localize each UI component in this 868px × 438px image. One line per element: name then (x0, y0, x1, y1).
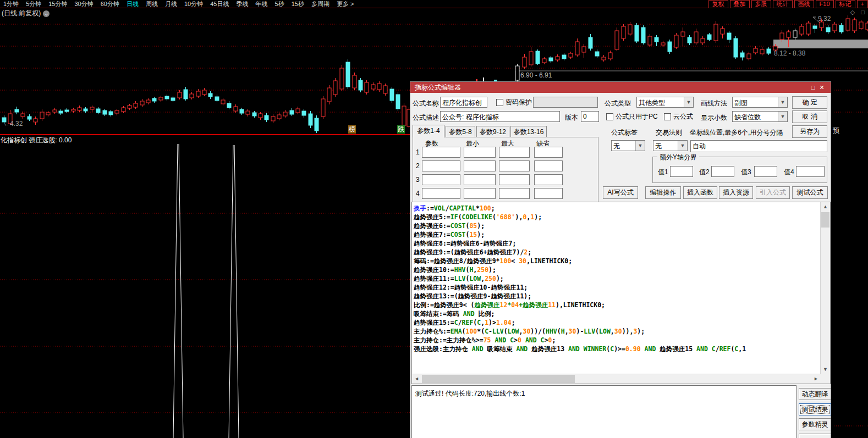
code-line[interactable]: 趋势强庄7:=COST(15); (414, 230, 822, 239)
period-tab[interactable]: 5分钟 (26, 0, 41, 8)
decimal-select[interactable]: 缺省位数▼ (732, 111, 788, 122)
period-tab[interactable]: 45日线 (210, 0, 229, 8)
param-cell-input[interactable] (499, 188, 530, 199)
hscroll-thumb[interactable] (422, 375, 575, 383)
tab-params-13-16[interactable]: 参数13-16 (510, 126, 547, 137)
tool-button[interactable]: 叠加 (730, 0, 750, 8)
tool-button[interactable]: + (857, 0, 868, 8)
period-tab[interactable]: 10分钟 (184, 0, 203, 8)
fall-badge[interactable]: 跌 (397, 125, 405, 134)
scroll-down-icon[interactable]: ▼ (821, 365, 830, 374)
test-result-button[interactable]: 测试结果 (799, 403, 831, 415)
code-line[interactable]: 趋势强庄5:=IF(CODELIKE('688'),0,1); (414, 213, 822, 221)
checkbox-box[interactable] (606, 113, 613, 120)
period-tab[interactable]: 1分钟 (3, 0, 19, 8)
cancel-button[interactable]: 取 消 (792, 110, 827, 123)
tab-params-5-8[interactable]: 参数5-8 (446, 126, 475, 137)
checkbox-box[interactable] (664, 113, 671, 120)
param-cell-input[interactable] (464, 174, 496, 185)
tab-params-1-4[interactable]: 参数1-4 (413, 125, 444, 137)
y2-input[interactable] (711, 166, 734, 177)
save-as-button[interactable]: 另存为 (792, 125, 827, 138)
period-tab[interactable]: 30分钟 (75, 0, 94, 8)
tool-button[interactable]: 画线 (794, 0, 814, 8)
param-cell-input[interactable] (464, 188, 496, 199)
chevron-down-icon[interactable]: ▼ (778, 112, 787, 121)
tab-params-9-12[interactable]: 参数9-12 (476, 126, 509, 137)
maximize-icon[interactable]: □ (809, 84, 817, 91)
horizontal-scrollbar[interactable]: ◄ ► (412, 374, 821, 384)
period-tab[interactable]: 15秒 (292, 0, 304, 8)
dialog-titlebar[interactable]: 指标公式编辑器 □ ✕ (410, 82, 831, 93)
period-tab[interactable]: 季线 (237, 0, 249, 8)
dynamic-translate-button[interactable]: 动态翻译 (799, 388, 831, 400)
vertical-scrollbar[interactable]: ▲ ▼ (820, 202, 830, 374)
insert-resource-button[interactable]: 插入资源 (719, 186, 753, 199)
y4-input[interactable] (796, 166, 825, 177)
chevron-down-icon[interactable]: ▼ (778, 97, 787, 107)
period-tab[interactable]: 月线 (165, 0, 177, 8)
param-cell-input[interactable] (499, 160, 530, 171)
formula-name-input[interactable]: 程序化指标创 (440, 97, 487, 108)
period-tab[interactable]: 5秒 (275, 0, 284, 8)
symbol-mode-row[interactable]: (日线.前复权) ⌄ (2, 9, 50, 18)
param-cell-input[interactable] (534, 160, 563, 171)
code-line[interactable]: 趋势强庄10:=HHV(H,250); (414, 265, 822, 274)
param-cell-input[interactable] (499, 174, 530, 185)
code-line[interactable]: 趋势强庄15:=C/REF(C,1)>1.04; (414, 318, 822, 327)
period-tab[interactable]: 年线 (256, 0, 268, 8)
formula-desc-input[interactable]: 公众号: 程序化指标 (440, 111, 560, 122)
code-line[interactable]: 趋势强庄9:=(趋势强庄6+趋势强庄7)/2; (414, 248, 822, 257)
code-text[interactable]: 换手:=VOL/CAPITAL*100;趋势强庄5:=IF(CODELIKE('… (412, 202, 822, 376)
param-cell-input[interactable] (464, 160, 496, 171)
code-line[interactable]: 换手:=VOL/CAPITAL*100; (414, 204, 822, 213)
chevron-down-icon[interactable]: ▼ (678, 141, 687, 151)
param-cell-input[interactable] (464, 147, 496, 158)
code-line[interactable]: 趋势强庄6:=COST(85); (414, 221, 822, 230)
param-cell-input[interactable] (422, 188, 460, 199)
formula-type-select[interactable]: 其他类型▼ (636, 97, 694, 108)
code-line[interactable]: 趋势强庄13:=(趋势强庄9-趋势强庄11); (414, 292, 822, 301)
draw-method-select[interactable]: 副图▼ (732, 97, 788, 108)
chart-corner-icons[interactable]: ◇ □ (850, 9, 867, 16)
rank-badge[interactable]: 榜 (348, 125, 356, 134)
code-line[interactable]: 比例:=趋势强庄9< (趋势强庄12*04+趋势强庄11),LINETHICK0… (414, 301, 822, 309)
test-formula-button[interactable]: 测试公式 (792, 186, 828, 199)
param-cell-input[interactable] (422, 174, 460, 185)
code-line[interactable]: 趋势强庄12:=趋势强庄10-趋势强庄11; (414, 283, 822, 292)
chevron-down-icon[interactable]: ⌄ (43, 10, 50, 17)
checkbox-box[interactable] (496, 99, 503, 106)
code-line[interactable]: 主力持仓%:=EMA(100*(C-LLV(LOW,30))/(HHV(H,30… (414, 327, 822, 336)
insert-function-button[interactable]: 插入函数 (683, 186, 717, 199)
close-icon[interactable]: ✕ (817, 84, 826, 91)
period-tab[interactable]: 更多 > (337, 0, 354, 8)
code-line[interactable]: 趋势强庄8:=趋势强庄6-趋势强庄7; (414, 239, 822, 248)
chevron-down-icon[interactable]: ▼ (684, 97, 693, 107)
param-cell-input[interactable] (422, 160, 460, 171)
tool-button[interactable]: 复权 (708, 0, 728, 8)
code-line[interactable]: 主力持仓:=主力持仓%>=75 AND C>0 AND C>0; (414, 336, 822, 345)
period-tab[interactable]: 15分钟 (48, 0, 67, 8)
scroll-left-icon[interactable]: ◄ (412, 374, 421, 384)
param-cell-input[interactable] (422, 147, 460, 158)
tool-button[interactable]: F10 (816, 0, 834, 8)
param-cell-input[interactable] (534, 188, 563, 199)
clipped-bottom-button[interactable] (799, 434, 831, 438)
period-tab[interactable]: 日线 (127, 0, 139, 8)
cloud-formula-checkbox[interactable]: 云公式 (664, 112, 693, 121)
param-cell-input[interactable] (499, 147, 530, 158)
coord-line-input[interactable]: 自动 (690, 140, 827, 152)
scroll-right-icon[interactable]: ► (811, 374, 821, 384)
version-input[interactable]: 0 (581, 111, 599, 122)
code-line[interactable]: 强庄选股:主力持仓 AND 吸筹结束 AND 趋势强庄13 AND WINNER… (414, 345, 822, 353)
ai-write-formula-button[interactable]: AI写公式 (603, 186, 638, 199)
scroll-up-icon[interactable]: ▲ (821, 202, 830, 212)
vscroll-thumb[interactable] (821, 212, 829, 228)
period-tab[interactable]: 多周期 (311, 0, 329, 8)
y1-input[interactable] (670, 166, 693, 177)
tool-button[interactable]: 统计 (773, 0, 793, 8)
code-line[interactable]: 吸筹结束:=筹码 AND 比例; (414, 309, 822, 318)
edit-ops-button[interactable]: 编辑操作 (645, 186, 681, 199)
param-cell-input[interactable] (534, 147, 563, 158)
password-protect-checkbox[interactable]: 密码保护 (496, 98, 532, 107)
